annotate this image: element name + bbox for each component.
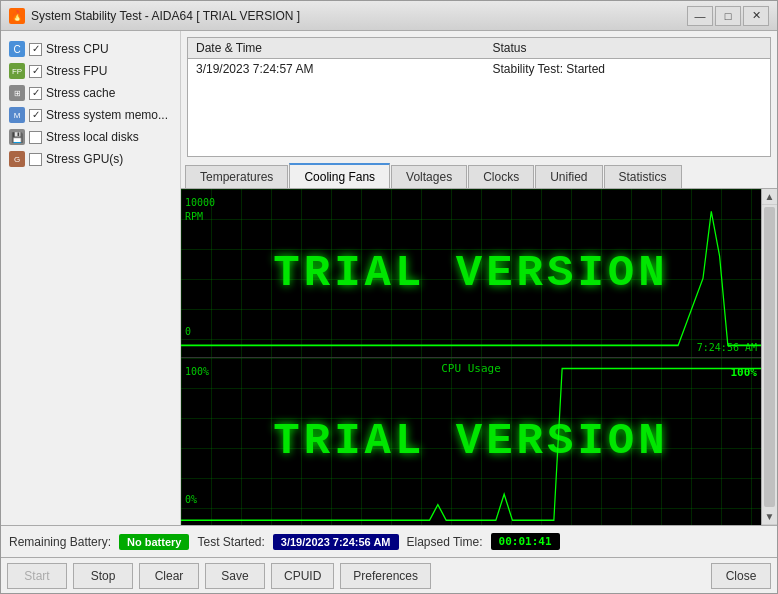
title-bar: 🔥 System Stability Test - AIDA64 [ TRIAL… xyxy=(1,1,777,31)
log-status: Stability Test: Started xyxy=(484,59,770,80)
checkbox-stress-fpu[interactable]: FP Stress FPU xyxy=(5,61,176,81)
tab-unified[interactable]: Unified xyxy=(535,165,602,188)
battery-label: Remaining Battery: xyxy=(9,535,111,549)
stress-fpu-checkbox[interactable] xyxy=(29,65,42,78)
window-title: System Stability Test - AIDA64 [ TRIAL V… xyxy=(31,9,300,23)
test-started-label: Test Started: xyxy=(197,535,264,549)
stress-disks-label: Stress local disks xyxy=(46,130,139,144)
stop-button[interactable]: Stop xyxy=(73,563,133,589)
tabs: Temperatures Cooling Fans Voltages Clock… xyxy=(181,163,777,189)
left-panel: C Stress CPU FP Stress FPU ⊞ Stress cach… xyxy=(1,31,181,525)
tab-statistics[interactable]: Statistics xyxy=(604,165,682,188)
checkbox-stress-disks[interactable]: 💾 Stress local disks xyxy=(5,127,176,147)
preferences-button[interactable]: Preferences xyxy=(340,563,431,589)
close-toolbar-button[interactable]: Close xyxy=(711,563,771,589)
window-controls: — □ ✕ xyxy=(687,6,769,26)
stress-cache-label: Stress cache xyxy=(46,86,115,100)
save-button[interactable]: Save xyxy=(205,563,265,589)
chart-rpm: 10000 RPM 0 7:24:56 AM TRIAL VERSION xyxy=(181,189,761,358)
checkbox-stress-memory[interactable]: M Stress system memo... xyxy=(5,105,176,125)
stress-cpu-checkbox[interactable] xyxy=(29,43,42,56)
tab-voltages[interactable]: Voltages xyxy=(391,165,467,188)
status-bar: Remaining Battery: No battery Test Start… xyxy=(1,525,777,557)
table-row: 3/19/2023 7:24:57 AM Stability Test: Sta… xyxy=(188,59,770,80)
chart-cpu-svg xyxy=(181,358,761,526)
cache-icon: ⊞ xyxy=(9,85,25,101)
main-content: C Stress CPU FP Stress FPU ⊞ Stress cach… xyxy=(1,31,777,525)
mem-icon: M xyxy=(9,107,25,123)
minimize-button[interactable]: — xyxy=(687,6,713,26)
fpu-icon: FP xyxy=(9,63,25,79)
tab-clocks[interactable]: Clocks xyxy=(468,165,534,188)
stress-gpu-label: Stress GPU(s) xyxy=(46,152,123,166)
right-panel: Date & Time Status 3/19/2023 7:24:57 AM … xyxy=(181,31,777,525)
test-started-badge: 3/19/2023 7:24:56 AM xyxy=(273,534,399,550)
title-bar-left: 🔥 System Stability Test - AIDA64 [ TRIAL… xyxy=(9,8,300,24)
scroll-down[interactable]: ▼ xyxy=(762,509,777,525)
maximize-button[interactable]: □ xyxy=(715,6,741,26)
start-button[interactable]: Start xyxy=(7,563,67,589)
log-table: Date & Time Status 3/19/2023 7:24:57 AM … xyxy=(187,37,771,157)
chart-rpm-svg xyxy=(181,189,761,357)
cpuid-button[interactable]: CPUID xyxy=(271,563,334,589)
close-button[interactable]: ✕ xyxy=(743,6,769,26)
gpu-icon: G xyxy=(9,151,25,167)
stress-cache-checkbox[interactable] xyxy=(29,87,42,100)
chart-cpu: CPU Usage 100% 0% 100% TRIAL VERSION xyxy=(181,358,761,526)
bottom-toolbar: Start Stop Clear Save CPUID Preferences … xyxy=(1,557,777,593)
checkbox-stress-gpu[interactable]: G Stress GPU(s) xyxy=(5,149,176,169)
stress-disks-checkbox[interactable] xyxy=(29,131,42,144)
main-window: 🔥 System Stability Test - AIDA64 [ TRIAL… xyxy=(0,0,778,594)
side-scrollbar[interactable]: ▲ ▼ xyxy=(761,189,777,525)
tab-temperatures[interactable]: Temperatures xyxy=(185,165,288,188)
stress-memory-label: Stress system memo... xyxy=(46,108,168,122)
tabs-container: Temperatures Cooling Fans Voltages Clock… xyxy=(181,163,777,189)
charts-area: 10000 RPM 0 7:24:56 AM TRIAL VERSION xyxy=(181,189,761,525)
checkbox-stress-cache[interactable]: ⊞ Stress cache xyxy=(5,83,176,103)
cpu-icon: C xyxy=(9,41,25,57)
stress-memory-checkbox[interactable] xyxy=(29,109,42,122)
battery-badge: No battery xyxy=(119,534,189,550)
tab-cooling-fans[interactable]: Cooling Fans xyxy=(289,163,390,188)
scroll-thumb[interactable] xyxy=(764,207,775,507)
disk-icon: 💾 xyxy=(9,129,25,145)
stress-gpu-checkbox[interactable] xyxy=(29,153,42,166)
log-datetime: 3/19/2023 7:24:57 AM xyxy=(188,59,484,80)
col-status: Status xyxy=(484,38,770,59)
elapsed-badge: 00:01:41 xyxy=(491,533,560,550)
clear-button[interactable]: Clear xyxy=(139,563,199,589)
col-datetime: Date & Time xyxy=(188,38,484,59)
stress-fpu-label: Stress FPU xyxy=(46,64,107,78)
app-icon: 🔥 xyxy=(9,8,25,24)
stress-cpu-label: Stress CPU xyxy=(46,42,109,56)
scroll-up[interactable]: ▲ xyxy=(762,189,777,205)
elapsed-label: Elapsed Time: xyxy=(407,535,483,549)
checkbox-stress-cpu[interactable]: C Stress CPU xyxy=(5,39,176,59)
